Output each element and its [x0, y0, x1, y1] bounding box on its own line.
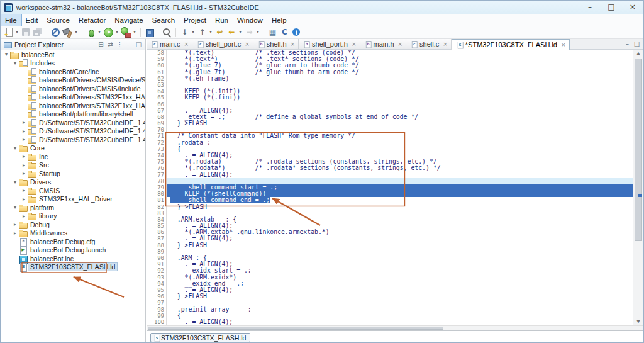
tab-close-icon[interactable]: × [184, 41, 189, 47]
tree-expand-arrow[interactable]: ▸ [21, 195, 27, 203]
tree-expand-arrow[interactable]: ▾ [12, 203, 18, 211]
view-menu-icon[interactable]: ⋮ [115, 40, 125, 50]
title-bar[interactable]: workspace-stm32 - balanceBot/STM32F103C8… [1, 1, 643, 14]
open-perspective-button[interactable]: ▦ [267, 27, 278, 38]
tree-expand-arrow[interactable]: ▾ [3, 50, 9, 59]
maximize-view-icon[interactable]: □ [134, 40, 143, 50]
tree-expand-arrow[interactable]: ▸ [12, 229, 18, 237]
cpp-perspective-button[interactable]: C [279, 27, 290, 38]
prev-annotation-dropdown[interactable]: ▾ [208, 30, 213, 35]
tree-expand-arrow[interactable]: ▸ [21, 127, 27, 135]
tree-item-middlewares[interactable]: ▸Middlewares [1, 229, 145, 238]
tree-item-balancebot-core-inc[interactable]: balanceBot/Core/Inc [1, 67, 145, 76]
tree-item-platform[interactable]: ▾platform [1, 203, 145, 212]
tree-item-d-software-st-stm32cubeide-1-4-0-stm32cubeide[interactable]: ▸D:/Software/ST/STM32CubeIDE_1.4.0/STM32… [1, 135, 145, 144]
tree-expand-arrow[interactable]: ▸ [21, 118, 27, 127]
information-center-button[interactable] [291, 27, 302, 38]
next-annotation-button[interactable]: ↓ [179, 27, 190, 38]
menu-help[interactable]: Help [267, 14, 291, 26]
tree-expand-arrow[interactable]: ▸ [21, 169, 27, 177]
skip-breakpoints-button[interactable] [50, 27, 61, 38]
debug-dropdown[interactable]: ▾ [97, 30, 102, 35]
editor-tab-shell-h[interactable]: shell.h× [253, 39, 299, 49]
prev-annotation-button[interactable]: ↑ [197, 27, 208, 38]
editor-tab-shell-port-h[interactable]: shell_port.h× [299, 39, 360, 49]
menu-file[interactable]: File [1, 14, 21, 26]
tree-expand-arrow[interactable]: ▾ [12, 178, 18, 186]
menu-source[interactable]: Source [42, 14, 74, 26]
tree-item-balancebot-drivers-cmsis-device-st-stm32f1xx[interactable]: balanceBot/Drivers/CMSIS/Device/ST/STM32… [1, 76, 145, 85]
tab-close-icon[interactable]: × [352, 41, 357, 47]
editor-tab-shell-port-c[interactable]: shell_port.c× [192, 39, 253, 49]
tree-item-debug[interactable]: ▸Debug [1, 220, 145, 229]
tab-close-icon[interactable]: × [245, 41, 250, 47]
external-tools-dropdown[interactable]: ▾ [132, 30, 137, 35]
tree-item-stm32f1xx-hal-driver[interactable]: ▸STM32F1xx_HAL_Driver [1, 195, 145, 204]
tree-item-stm32f103c8tx-flash-ld[interactable]: STM32F103C8TX_FLASH.ld [1, 263, 145, 272]
editor-tab-main-c[interactable]: main.c× [147, 39, 192, 49]
menu-navigate[interactable]: Navigate [110, 14, 147, 26]
minimized-editor-tab[interactable]: STM32F103C8TX_FLASH.ld [150, 333, 250, 342]
tree-item-balancebot-drivers-stm32f1xx-hal-driver-inc-legacy[interactable]: balanceBot/Drivers/STM32F1xx_HAL_Driver/… [1, 101, 145, 110]
forward-dropdown[interactable]: ▾ [255, 30, 260, 35]
tree-item-balancebot-drivers-cmsis-include[interactable]: balanceBot/Drivers/CMSIS/Include [1, 84, 145, 93]
external-tools-button[interactable] [121, 27, 131, 38]
tree-item-cmsis[interactable]: ▸CMSIS [1, 186, 145, 195]
tree-expand-arrow[interactable]: ▸ [21, 212, 27, 220]
menu-project[interactable]: Project [179, 14, 211, 26]
editor-tab-shell-c[interactable]: shell.c× [406, 39, 452, 49]
horizontal-scrollbar[interactable] [147, 325, 643, 330]
code-editor[interactable]: *(.text) /* .text sections (code) */ *(.… [167, 50, 633, 325]
tab-close-icon[interactable]: × [291, 41, 296, 47]
tree-item-balancebot-debug-launch[interactable]: balanceBot Debug.launch [1, 246, 145, 255]
device-configuration-button[interactable] [144, 27, 155, 38]
vertical-scrollbar[interactable]: ▲ ▼ [633, 50, 643, 325]
back-button[interactable]: ← [226, 27, 237, 38]
tree-expand-arrow[interactable]: ▸ [21, 135, 27, 143]
build-dropdown[interactable]: ▾ [74, 30, 79, 35]
minimize-view-icon[interactable]: – [125, 40, 134, 50]
selection-overview-marker[interactable] [638, 194, 642, 197]
back-dropdown[interactable]: ▾ [238, 30, 243, 35]
editor-tab-main-h[interactable]: main.h× [360, 39, 407, 49]
run-button[interactable] [103, 27, 114, 38]
new-wizard-button[interactable] [3, 27, 14, 38]
tree-item-drivers[interactable]: ▾Drivers [1, 178, 145, 187]
tree-expand-arrow[interactable]: ▸ [21, 186, 27, 194]
window-maximize-button[interactable]: □ [601, 1, 622, 14]
tree-item-balancebot-ioc[interactable]: balanceBot.ioc [1, 254, 145, 263]
tree-expand-arrow[interactable]: ▾ [12, 144, 18, 152]
line-number-gutter[interactable]: 5859606162636465666768697071727374757677… [154, 50, 167, 325]
tree-item-library[interactable]: ▸library [1, 212, 145, 221]
editor-tab-stm32f103c8tx-flash-ld[interactable]: *STM32F103C8TX_FLASH.ld× [452, 39, 570, 50]
project-tree[interactable]: ▾balanceBot▾IncludesbalanceBot/Core/Incb… [1, 50, 145, 342]
window-minimize-button[interactable]: – [579, 1, 601, 14]
scroll-up-arrow-icon[interactable]: ▲ [633, 50, 643, 57]
tree-expand-arrow[interactable]: ▾ [12, 59, 18, 67]
scroll-down-arrow-icon[interactable]: ▼ [633, 318, 643, 325]
tree-item-balancebot[interactable]: ▾balanceBot [1, 50, 145, 59]
annotation-ruler[interactable] [147, 50, 154, 325]
menu-refactor[interactable]: Refactor [74, 14, 110, 26]
tree-item-src[interactable]: ▸Src [1, 161, 145, 170]
tree-expand-arrow[interactable]: ▸ [12, 220, 18, 228]
last-edit-location-button[interactable]: ↩ [214, 27, 225, 38]
tree-expand-arrow[interactable]: ▸ [21, 161, 27, 169]
next-annotation-dropdown[interactable]: ▾ [191, 30, 196, 35]
tree-item-d-software-st-stm32cubeide-1-4-0-stm32cubeide[interactable]: ▸D:/Software/ST/STM32CubeIDE_1.4.0/STM32… [1, 127, 145, 136]
menu-run[interactable]: Run [211, 14, 233, 26]
menu-window[interactable]: Window [233, 14, 267, 26]
minimize-editor-icon[interactable]: – [623, 39, 632, 49]
save-all-button[interactable] [33, 27, 43, 38]
collapse-all-icon[interactable]: ⊟ [96, 40, 106, 50]
tree-item-balancebot-drivers-stm32f1xx-hal-driver-inc[interactable]: balanceBot/Drivers/STM32F1xx_HAL_Driver/… [1, 93, 145, 102]
window-close-button[interactable]: × [622, 1, 643, 14]
maximize-editor-icon[interactable]: □ [632, 39, 641, 49]
forward-button[interactable]: → [244, 27, 255, 38]
tree-item-inc[interactable]: ▸Inc [1, 152, 145, 161]
vertical-scroll-thumb[interactable] [635, 59, 642, 241]
debug-button[interactable] [86, 27, 96, 38]
tree-expand-arrow[interactable]: ▸ [21, 152, 27, 160]
search-button[interactable] [162, 27, 172, 38]
save-button[interactable] [21, 27, 31, 38]
